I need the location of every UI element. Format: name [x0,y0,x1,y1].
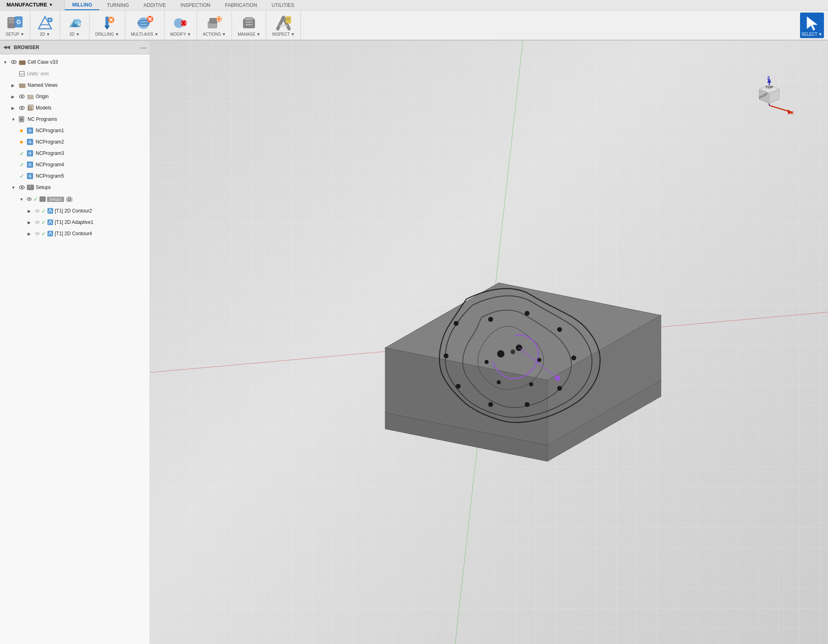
svg-rect-67 [68,197,71,198]
browser-title: BROWSER [14,45,39,50]
browser-panel: ◀◀ BROWSER — ▼ Cell Case v33 [0,41,150,644]
svg-point-44 [21,107,23,109]
svg-point-96 [537,358,541,362]
tree-label-root: Cell Case v33 [28,59,58,65]
tree-item-setups[interactable]: ▼ Setups [8,182,150,193]
browser-collapse-icon[interactable]: ◀◀ [3,45,10,50]
svg-point-94 [454,321,459,326]
2d-button-label: 2D ▼ [40,32,50,36]
svg-point-99 [485,360,489,364]
svg-text:G: G [28,151,31,155]
toolbar-group-setup: G SETUP ▼ [0,11,30,40]
select-button[interactable]: SELECT ▼ [800,13,824,38]
nc-programs-arrow: ▼ [11,117,17,122]
3d-button[interactable]: 3D ▼ [64,13,85,38]
setups-arrow: ▼ [11,185,17,190]
toolbar-group-3d: 3D ▼ [60,11,90,40]
drilling-button[interactable]: DRILLING ▼ [94,13,121,38]
model-3d [353,210,693,486]
tab-fabrication[interactable]: FABRICATION [218,0,264,10]
tab-utilities[interactable]: UTILITIES [264,0,302,10]
manufacture-label: MANUFACTURE [6,2,47,8]
tree-item-ncprogram4[interactable]: ✓ G NCProgram4 [16,159,150,170]
svg-point-93 [444,354,448,358]
svg-text:G: G [16,19,21,25]
adaptive1-toolpath-icon [47,219,54,225]
tree-label-setups: Setups [36,185,51,190]
svg-point-102 [497,350,504,358]
units-icon: mm [19,71,25,77]
tree-item-contour2[interactable]: ▶ ✓ [T1] 2D Contour2 [24,205,150,217]
svg-text:mm: mm [19,73,24,75]
inspect-button[interactable]: INSPECT ▼ [270,13,296,38]
modify-button-label: MODIFY ▼ [170,32,191,36]
named-views-arrow: ▶ [11,83,17,88]
tab-inspection[interactable]: INSPECTION [173,0,217,10]
tree-item-contour4[interactable]: ▶ ✓ [T1] 2D Contour4 [24,228,150,239]
modify-button[interactable]: MODIFY ▼ [169,13,193,38]
setup-button[interactable]: G SETUP ▼ [4,13,26,38]
view-cube[interactable]: TOP FRONT Z X [743,69,796,122]
tree-label-contour2: [T1] 2D Contour2 [55,208,92,214]
manage-button[interactable]: MANAGE ▼ [236,13,262,38]
tree-item-ncprogram2[interactable]: ● G NCProgram2 [16,136,150,148]
svg-point-103 [511,350,515,354]
manufacture-button[interactable]: MANUFACTURE ▼ [0,0,65,10]
select-button-label: SELECT ▼ [802,32,822,36]
actions-button[interactable]: ACTIONS ▼ [201,13,227,38]
tree-item-ncprogram3[interactable]: ✓ G NCProgram3 [16,148,150,159]
tab-turning[interactable]: TURNING [99,0,136,10]
tree-label-nc-programs: NC Programs [28,116,57,122]
toolbar-group-select: SELECT ▼ [796,11,828,40]
browser-tree: ▼ Cell Case v33 mm Units: mm [0,54,150,644]
tab-additive[interactable]: ADDITIVE [136,0,173,10]
tree-item-nc-programs[interactable]: ▼ G NC Programs [8,114,150,125]
setups-icon [27,184,34,191]
manufacture-dropdown-arrow: ▼ [49,2,53,7]
models-eye-icon [19,105,25,111]
tree-item-models[interactable]: ▶ Models [8,102,150,114]
setup1-eye-icon [26,196,32,202]
svg-text:G: G [28,140,31,144]
svg-rect-2 [9,21,14,21]
viewport[interactable]: TOP FRONT Z X [150,41,828,644]
svg-text:G: G [28,174,31,178]
svg-rect-3 [9,22,14,23]
tree-item-ncprogram1[interactable]: ● G NCProgram1 [16,125,150,136]
svg-point-60 [21,187,23,188]
tree-item-units[interactable]: mm Units: mm [8,68,150,79]
origin-icon [27,93,34,100]
toolbar-group-actions: ACTIONS ▼ [197,11,232,40]
toolbar-group-multiaxis: MULTI-AXIS ▼ [125,11,165,40]
tree-item-origin[interactable]: ▶ Origin [8,91,150,102]
actions-button-label: ACTIONS ▼ [203,32,226,36]
browser-header: ◀◀ BROWSER — [0,41,150,54]
setups-eye-icon [19,184,25,191]
svg-point-23 [216,16,222,22]
svg-point-86 [525,311,530,316]
root-folder-icon [19,58,26,66]
svg-point-41 [21,96,23,97]
setup1-camera-icon [66,196,73,202]
tree-item-setup1[interactable]: ▼ ✓ Setup1 [16,193,150,205]
setup1-tag: Setup1 [47,197,64,202]
svg-point-63 [28,198,30,200]
setup1-icon [39,196,46,202]
tree-item-root[interactable]: ▼ Cell Case v33 [0,56,150,68]
ncprogram3-icon: G [27,150,34,157]
tree-item-adaptive1[interactable]: ▶ ✓ [T1] 2D Adaptive1 [24,217,150,228]
contour2-toolpath-icon [47,208,54,214]
toolbar-group-inspect: INSPECT ▼ [266,11,301,40]
browser-minimize-icon[interactable]: — [141,44,146,51]
tree-label-ncprogram2: NCProgram2 [36,139,64,145]
2d-button[interactable]: 2D ▼ [34,13,56,38]
toolbar-group-2d: 2D ▼ [30,11,60,40]
tab-milling[interactable]: MILLING [65,0,99,10]
manage-button-label: MANAGE ▼ [238,32,260,36]
svg-point-98 [497,380,501,384]
tree-label-units: Units: mm [27,71,49,77]
multiaxis-button[interactable]: MULTI-AXIS ▼ [129,13,160,38]
svg-rect-64 [40,197,45,202]
tree-item-named-views[interactable]: ▶ Named Views [8,79,150,91]
tree-item-ncprogram5[interactable]: ✓ G NCProgram5 [16,170,150,182]
